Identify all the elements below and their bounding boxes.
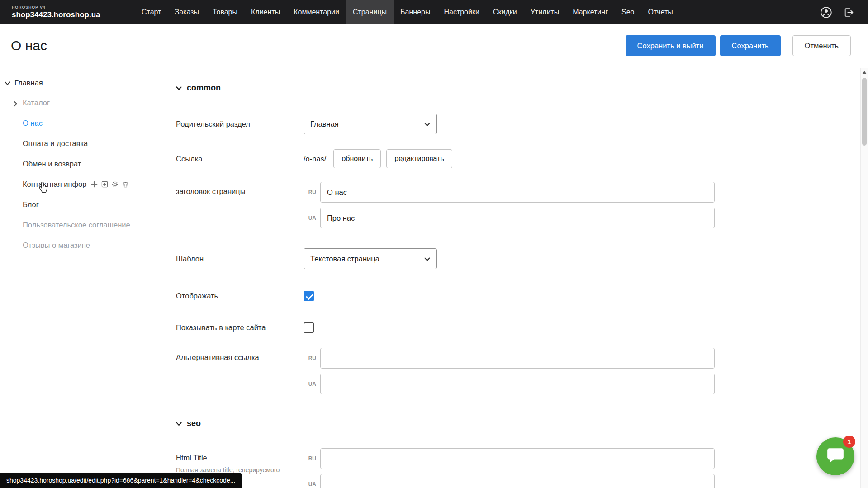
sidebar-item-label: Блог (23, 200, 39, 209)
sidebar-item-obmen-i-vozvrat[interactable]: Обмен и возврат (0, 154, 159, 174)
nav-item-pages[interactable]: Страницы (346, 0, 394, 24)
page-header: О нас Сохранить и выйти Сохранить Отмени… (0, 24, 868, 67)
nav-item-discounts[interactable]: Скидки (486, 0, 524, 24)
logo-domain: shop34423.horoshop.ua (12, 11, 125, 19)
alt-link-ru-input[interactable] (320, 348, 715, 369)
page-title-ua-input[interactable] (320, 208, 715, 228)
sidebar-item-label: Обмен и возврат (23, 160, 81, 168)
sidebar-item-glavnaya[interactable]: Главная (0, 74, 159, 93)
scrollbar-thumb[interactable] (862, 78, 867, 146)
section-common-title: common (187, 83, 221, 93)
pages-tree-sidebar: Главная Каталог О нас Оплата и доставка … (0, 68, 159, 488)
logo-version-label: HOROSHOP V4 (12, 5, 125, 10)
display-label: Отображать (176, 292, 304, 300)
template-select[interactable]: Текстовая страница (304, 248, 437, 269)
lang-tag-ru: RU (304, 189, 316, 195)
nav-item-banners[interactable]: Баннеры (394, 0, 437, 24)
lang-tag-ru: RU (304, 355, 316, 361)
nav-item-marketing[interactable]: Маркетинг (566, 0, 615, 24)
nav-item-products[interactable]: Товары (206, 0, 244, 24)
alt-link-label: Альтернативная ссылка (176, 348, 304, 362)
section-common-header[interactable]: common (176, 83, 860, 93)
sidebar-item-label: Отзывы о магазине (23, 241, 90, 250)
nav-item-utilities[interactable]: Утилиты (524, 0, 566, 24)
settings-gear-icon[interactable] (112, 181, 119, 188)
sidebar-item-label: О нас (23, 119, 43, 128)
section-seo-title: seo (187, 419, 201, 428)
parent-section-value: Главная (310, 120, 339, 128)
nav-item-reports[interactable]: Отчеты (641, 0, 679, 24)
nav-item-start[interactable]: Старт (135, 0, 168, 24)
cancel-button[interactable]: Отменить (792, 35, 851, 56)
chevron-down-icon (424, 120, 430, 128)
sidebar-item-kontaktnaya-informaciya[interactable]: Контактная инфор (0, 174, 159, 194)
page-title: О нас (11, 38, 47, 53)
user-account-icon[interactable] (820, 6, 832, 19)
display-checkbox[interactable] (304, 291, 314, 301)
template-label: Шаблон (176, 255, 304, 263)
chevron-down-icon (5, 79, 10, 87)
sidebar-item-polzovatelskoe-soglashenie[interactable]: Пользовательское соглашение (0, 215, 159, 235)
page-edit-form: common Родительский раздел Главная Ссылк… (160, 68, 860, 488)
template-value: Текстовая страница (310, 255, 379, 263)
top-navigation-bar: HOROSHOP V4 shop34423.horoshop.ua Старт … (0, 0, 868, 24)
link-label: Ссылка (176, 155, 304, 163)
nav-item-orders[interactable]: Заказы (168, 0, 205, 24)
sitemap-checkbox[interactable] (304, 322, 314, 333)
chevron-down-icon (424, 255, 430, 263)
logout-icon[interactable] (843, 7, 854, 18)
sitemap-label: Показывать в карте сайта (176, 323, 304, 332)
section-seo-header[interactable]: seo (176, 419, 860, 428)
lang-tag-ua: UA (304, 481, 316, 488)
nav-item-comments[interactable]: Комментарии (287, 0, 346, 24)
lang-tag-ua: UA (304, 215, 316, 221)
link-refresh-button[interactable]: обновить (333, 149, 381, 168)
parent-section-label: Родительский раздел (176, 120, 304, 128)
vertical-scrollbar[interactable] (860, 68, 868, 488)
nav-item-settings[interactable]: Настройки (437, 0, 486, 24)
sidebar-item-otzyvy-o-magazine[interactable]: Отзывы о магазине (0, 235, 159, 256)
lang-tag-ru: RU (304, 455, 316, 462)
chevron-down-icon (176, 419, 182, 428)
page-title-label: заголовок страницы (176, 182, 304, 196)
alt-link-ua-input[interactable] (320, 374, 715, 394)
link-edit-button[interactable]: редактировать (386, 149, 452, 168)
save-button[interactable]: Сохранить (720, 35, 781, 56)
scroll-up-arrow-icon[interactable] (862, 71, 867, 74)
parent-section-select[interactable]: Главная (304, 114, 437, 134)
chat-unread-badge: 1 (843, 436, 855, 448)
nav-item-clients[interactable]: Клиенты (244, 0, 287, 24)
logo[interactable]: HOROSHOP V4 shop34423.horoshop.ua (12, 5, 125, 19)
page-title-ru-input[interactable] (320, 182, 715, 203)
sidebar-item-label: Каталог (23, 99, 50, 107)
html-title-label: Html Title (176, 454, 304, 462)
chevron-right-icon (14, 100, 18, 109)
chat-bubble-icon (826, 446, 845, 466)
chevron-down-icon (176, 83, 182, 93)
html-title-ua-input[interactable] (320, 474, 715, 488)
sidebar-item-label: Контактная инфор (23, 180, 86, 189)
add-page-icon[interactable] (101, 181, 108, 188)
lang-tag-ua: UA (304, 381, 316, 387)
sidebar-item-o-nas[interactable]: О нас (0, 113, 159, 133)
html-title-ru-input[interactable] (320, 448, 715, 469)
drag-move-icon[interactable] (91, 181, 98, 188)
save-and-exit-button[interactable]: Сохранить и выйти (626, 35, 716, 56)
delete-trash-icon[interactable] (122, 181, 129, 188)
sidebar-item-label: Оплата и доставка (23, 139, 88, 148)
link-value: /o-nas/ (304, 155, 326, 163)
sidebar-item-oplata-i-dostavka[interactable]: Оплата и доставка (0, 133, 159, 154)
link-url-statusbar: shop34423.horoshop.ua/edit/edit.php?id=6… (0, 473, 242, 488)
sidebar-item-label: Пользовательское соглашение (23, 221, 130, 229)
main-menu: Старт Заказы Товары Клиенты Комментарии … (135, 0, 680, 24)
nav-item-seo[interactable]: Seo (615, 0, 641, 24)
sidebar-item-blog[interactable]: Блог (0, 194, 159, 215)
sidebar-item-katalog[interactable]: Каталог (0, 93, 159, 113)
chat-widget-button[interactable]: 1 (816, 437, 854, 475)
sidebar-item-label: Главная (14, 79, 43, 87)
